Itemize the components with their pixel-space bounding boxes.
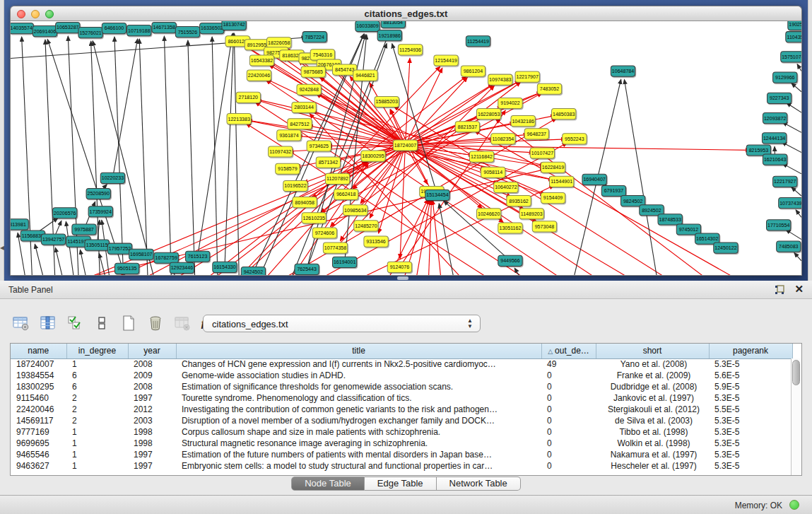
close-panel-icon[interactable]: ✕ xyxy=(794,284,804,295)
graph-node[interactable]: 11254419 xyxy=(466,36,490,47)
graph-node[interactable]: 7515526 xyxy=(175,27,199,37)
graph-node[interactable]: 8694058 xyxy=(293,197,317,208)
graph-node[interactable]: 13942757 xyxy=(41,234,65,245)
graph-node[interactable]: 12213383 xyxy=(227,114,251,124)
graph-node[interactable]: 9424502 xyxy=(241,267,265,275)
graph-node[interactable]: 15885203 xyxy=(375,96,399,107)
graph-node[interactable]: 16958107 xyxy=(129,249,153,259)
graph-node[interactable]: 12116842 xyxy=(469,151,493,162)
graph-node[interactable]: 9734625 xyxy=(307,141,331,151)
graph-node[interactable]: 10648784 xyxy=(611,66,635,76)
graph-node[interactable]: 16336502 xyxy=(200,23,224,34)
graph-node[interactable]: 12485270 xyxy=(354,221,378,231)
graph-node[interactable]: 9154409 xyxy=(541,193,565,204)
graph-node[interactable]: 11544901 xyxy=(549,176,573,187)
graph-node[interactable]: 9361874 xyxy=(277,130,301,141)
graph-node[interactable]: 11254936 xyxy=(398,45,422,55)
column-header-2[interactable]: year xyxy=(128,344,176,358)
graph-node[interactable]: 11043582 xyxy=(786,32,801,42)
graph-node[interactable]: 9975887 xyxy=(72,224,96,235)
graph-node[interactable]: 10640272 xyxy=(494,182,518,192)
tab-edge-table[interactable]: Edge Table xyxy=(365,477,437,491)
graph-node[interactable]: 10719188 xyxy=(127,25,151,36)
graph-node[interactable]: 15276021 xyxy=(78,28,102,38)
graph-node[interactable]: 9194022 xyxy=(498,98,522,108)
tab-node-table[interactable]: Node Table xyxy=(291,477,365,491)
graph-node[interactable]: 17359924 xyxy=(88,206,112,217)
graph-node[interactable]: 18226058 xyxy=(267,37,291,48)
graph-node[interactable]: 7625443 xyxy=(295,264,319,274)
graph-node[interactable]: 18748533 xyxy=(658,214,682,225)
select-columns-icon[interactable] xyxy=(38,314,58,332)
graph-node[interactable]: 16228053 xyxy=(476,109,500,119)
graph-node[interactable]: 10985634 xyxy=(343,205,367,216)
graph-node[interactable]: 13505115 xyxy=(85,240,109,250)
column-header-0[interactable]: name xyxy=(11,344,66,358)
graph-node[interactable]: 11489203 xyxy=(519,209,543,219)
graph-node[interactable]: 12217907 xyxy=(515,71,539,82)
graph-node[interactable]: 12154419 xyxy=(434,55,458,66)
table-row[interactable]: 946554611997Estimation of the future num… xyxy=(11,449,792,460)
graph-node[interactable]: 9313546 xyxy=(364,236,388,247)
column-header-6[interactable]: pagerank xyxy=(709,344,792,358)
graph-node[interactable]: 16194001 xyxy=(332,257,356,267)
graph-node[interactable]: 16210643 xyxy=(763,154,787,165)
table-row[interactable]: 977716911998Corpus callosum shape and si… xyxy=(11,426,792,438)
graph-node[interactable]: 17957252 xyxy=(107,243,131,254)
graph-node[interactable]: 15134454 xyxy=(425,189,449,200)
table-row[interactable]: 1456911722003Disruption of a novel membe… xyxy=(11,415,792,426)
graph-node[interactable]: 9449566 xyxy=(498,255,522,266)
graph-node[interactable]: 9573048 xyxy=(532,221,556,232)
graph-node[interactable]: 9724606 xyxy=(312,228,336,238)
delete-column-trash-icon[interactable] xyxy=(146,314,165,332)
graph-node[interactable]: 22420046 xyxy=(247,70,271,81)
graph-node[interactable]: 19025341 xyxy=(788,21,801,30)
graph-node[interactable]: 14035574 xyxy=(11,23,33,34)
graph-node[interactable]: 2718120 xyxy=(236,92,260,103)
graph-node[interactable]: 12217927 xyxy=(773,176,797,187)
graph-node[interactable]: 7857224 xyxy=(302,32,326,42)
graph-node[interactable]: 6466100 xyxy=(102,23,126,34)
graph-node[interactable]: 12610235 xyxy=(302,213,326,223)
column-header-4[interactable]: △out_de… xyxy=(541,344,596,358)
graph-node[interactable]: 7485083 xyxy=(777,241,801,252)
graph-node[interactable]: 16033809 xyxy=(355,21,379,32)
graph-node[interactable]: 9505135 xyxy=(114,263,139,274)
graph-node[interactable]: 11082354 xyxy=(491,134,515,144)
graph-node[interactable]: 20206576 xyxy=(53,208,77,218)
graph-node[interactable]: 12450122 xyxy=(714,243,738,253)
graph-node[interactable]: 8935162 xyxy=(507,196,531,206)
network-graph-svg[interactable]: 18724007 8660123 8912955 18226058 982750… xyxy=(11,21,801,275)
column-header-5[interactable]: short xyxy=(596,344,709,358)
graph-node[interactable]: 9227343 xyxy=(767,93,792,103)
graph-node[interactable]: 8821537 xyxy=(455,122,479,132)
row-height-icon[interactable] xyxy=(92,314,112,332)
new-column-icon[interactable] xyxy=(119,314,139,332)
graph-node[interactable]: 10737439 xyxy=(779,198,801,209)
select-rows-icon[interactable] xyxy=(65,314,85,332)
graph-node[interactable]: 14671358 xyxy=(152,23,176,33)
column-header-1[interactable]: in_degree xyxy=(66,344,128,358)
network-canvas[interactable]: 18724007 8660123 8912955 18226058 982750… xyxy=(10,21,802,276)
graph-node[interactable]: 10774358 xyxy=(323,243,347,253)
graph-node[interactable]: 2803144 xyxy=(292,102,316,112)
graph-node[interactable]: 8427512 xyxy=(288,119,312,129)
graph-node[interactable]: 18300295 xyxy=(361,151,385,161)
memory-status-indicator[interactable] xyxy=(789,500,799,510)
delete-table-icon[interactable] xyxy=(172,314,192,332)
graph-node[interactable]: 15751074 xyxy=(781,52,801,62)
graph-node[interactable]: 7483052 xyxy=(537,83,561,94)
table-selector-dropdown[interactable]: citations_edges.txt ▲▼ xyxy=(203,315,481,332)
right-collapsed-strip[interactable] xyxy=(808,0,812,281)
graph-node[interactable]: 10220233 xyxy=(100,173,124,183)
graph-node[interactable]: 13051162 xyxy=(498,223,522,233)
graph-node[interactable]: 16782759 xyxy=(154,252,178,263)
table-row[interactable]: 911546021997Tourette syndrome. Phenomeno… xyxy=(11,392,792,404)
graph-node[interactable]: 17710554 xyxy=(767,220,791,230)
table-scrollbar-thumb[interactable] xyxy=(792,360,800,385)
graph-node[interactable]: 19218986 xyxy=(377,30,401,41)
graph-node[interactable]: 16940407 xyxy=(582,174,606,185)
table-row[interactable]: 1872400712008Changes of HCN gene express… xyxy=(11,358,792,370)
graph-node[interactable]: 10432186 xyxy=(511,116,535,127)
graph-node[interactable]: 9552243 xyxy=(563,134,587,144)
